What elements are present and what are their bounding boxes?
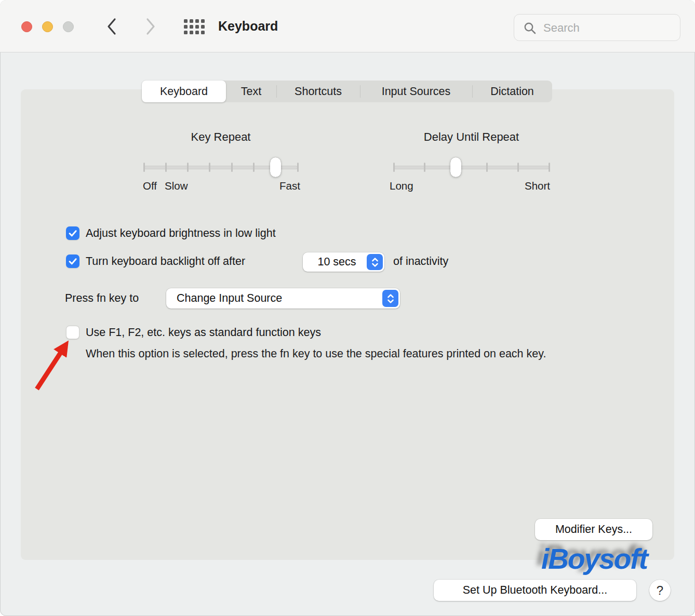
slider-tick <box>297 163 299 172</box>
show-all-preferences-icon[interactable] <box>184 19 205 34</box>
delay-label-long: Long <box>390 180 413 192</box>
fn-key-select[interactable]: Change Input Source <box>166 288 400 309</box>
fn-key-label: Press fn key to <box>65 292 139 305</box>
tab-keyboard[interactable]: Keyboard <box>142 81 226 102</box>
slider-tick <box>231 163 233 172</box>
modifier-keys-button[interactable]: Modifier Keys... <box>535 519 652 540</box>
delay-repeat-slider-thumb[interactable] <box>450 157 461 177</box>
slider-tick <box>393 163 395 172</box>
delay-repeat-slider[interactable] <box>394 156 549 179</box>
slider-tick <box>517 163 519 172</box>
delay-repeat-title: Delay Until Repeat <box>394 130 549 144</box>
back-button[interactable] <box>105 17 118 36</box>
key-repeat-label-fast: Fast <box>279 180 300 192</box>
stepper-chevrons-icon <box>382 290 398 307</box>
help-button[interactable]: ? <box>649 580 671 601</box>
search-field[interactable] <box>514 14 680 41</box>
adjust-brightness-label: Adjust keyboard brightness in low light <box>86 227 276 240</box>
slider-tick <box>549 163 550 172</box>
tab-input-sources[interactable]: Input Sources <box>360 81 472 102</box>
settings-panel <box>21 89 674 560</box>
close-window-button[interactable] <box>21 21 32 32</box>
key-repeat-title: Key Repeat <box>144 130 298 144</box>
checkmark-icon <box>67 256 78 267</box>
red-annotation-arrow <box>26 328 78 395</box>
backlight-off-label: Turn keyboard backlight off after <box>86 255 245 268</box>
backlight-suffix-label: of inactivity <box>393 255 448 268</box>
tab-dictation[interactable]: Dictation <box>472 81 552 102</box>
delay-repeat-track[interactable] <box>394 166 549 169</box>
setup-bluetooth-keyboard-button[interactable]: Set Up Bluetooth Keyboard... <box>434 580 636 601</box>
key-repeat-label-off: Off <box>143 180 157 192</box>
slider-tick <box>424 163 425 172</box>
slider-tick <box>187 163 189 172</box>
fn-key-value: Change Input Source <box>166 292 400 305</box>
minimize-window-button[interactable] <box>42 21 53 32</box>
key-repeat-slider-thumb[interactable] <box>270 157 281 177</box>
slider-tick <box>253 163 255 172</box>
backlight-duration-select[interactable]: 10 secs <box>303 252 384 272</box>
key-repeat-slider[interactable] <box>144 156 298 179</box>
stepper-chevrons-icon <box>367 254 383 270</box>
adjust-brightness-checkbox[interactable] <box>66 226 79 240</box>
checkmark-icon <box>67 227 78 239</box>
standard-fn-keys-description: When this option is selected, press the … <box>86 345 616 362</box>
zoom-window-button[interactable] <box>63 21 74 32</box>
slider-tick <box>143 163 145 172</box>
slider-tick <box>165 163 167 172</box>
keyboard-preferences-window: Keyboard Keyboard Text Shortcuts Input S… <box>0 0 695 616</box>
title-bar: Keyboard <box>0 0 695 52</box>
forward-button[interactable] <box>144 17 157 36</box>
standard-fn-keys-label: Use F1, F2, etc. keys as standard functi… <box>86 326 321 339</box>
key-repeat-label-slow: Slow <box>165 180 188 192</box>
search-icon <box>523 21 537 35</box>
slider-tick <box>209 163 210 172</box>
search-input[interactable] <box>542 19 672 37</box>
iboysoft-watermark: iBoysoft <box>528 542 661 575</box>
backlight-off-checkbox[interactable] <box>66 255 79 268</box>
page-title: Keyboard <box>218 19 278 34</box>
tab-text[interactable]: Text <box>226 81 276 102</box>
slider-tick <box>486 163 488 172</box>
tab-bar: Keyboard Text Shortcuts Input Sources Di… <box>142 81 552 102</box>
delay-label-short: Short <box>525 180 550 192</box>
tab-shortcuts[interactable]: Shortcuts <box>276 81 360 102</box>
